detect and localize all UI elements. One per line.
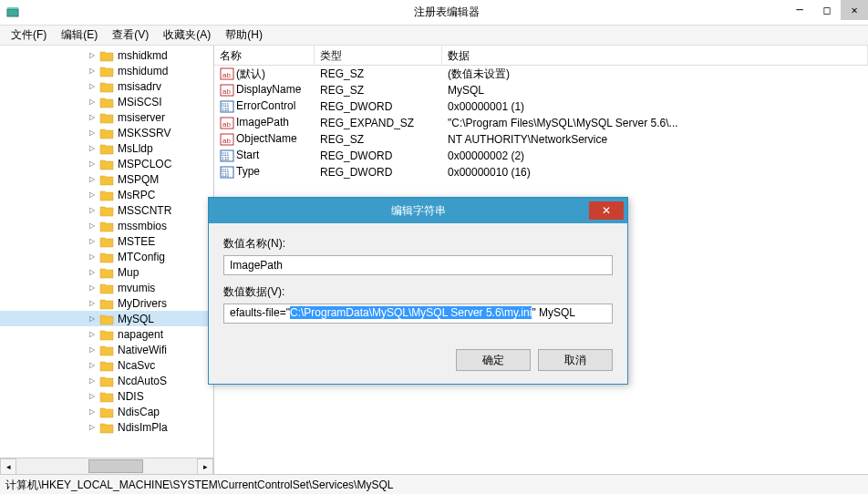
expander-icon[interactable]: ▷ — [87, 345, 97, 355]
tree-item[interactable]: ▷MyDrivers — [0, 295, 213, 311]
maximize-button[interactable]: □ — [813, 0, 841, 20]
menu-file[interactable]: 文件(F) — [4, 26, 54, 45]
expander-icon[interactable]: ▷ — [87, 174, 97, 184]
expander-icon[interactable]: ▷ — [87, 190, 97, 200]
folder-icon — [99, 251, 114, 263]
tree-horizontal-scrollbar[interactable]: ◂ ▸ — [0, 458, 213, 474]
tree-item[interactable]: ▷MSPCLOC — [0, 156, 213, 171]
close-button[interactable]: ✕ — [841, 0, 868, 20]
tree-item[interactable]: ▷NdisImPla — [0, 419, 213, 435]
expander-icon[interactable]: ▷ — [87, 97, 97, 107]
value-icon: 011110 — [220, 99, 234, 114]
list-row[interactable]: 011110ErrorControlREG_DWORD0x00000001 (1… — [214, 98, 868, 115]
list-row[interactable]: ab(默认)REG_SZ(数值未设置) — [214, 66, 868, 82]
tree-item[interactable]: ▷MSSCNTR — [0, 202, 213, 218]
tree-item[interactable]: ▷mvumis — [0, 280, 213, 295]
expander-icon[interactable]: ▷ — [87, 329, 97, 339]
cell-name: abObjectName — [214, 131, 315, 148]
tree-item[interactable]: ▷msiserver — [0, 109, 213, 125]
folder-icon — [99, 282, 114, 294]
tree-item-label: NDIS — [118, 390, 144, 403]
expander-icon[interactable]: ▷ — [87, 205, 97, 215]
expander-icon[interactable]: ▷ — [87, 159, 97, 169]
folder-icon — [99, 189, 114, 201]
tree-item[interactable]: ▷MsRPC — [0, 187, 213, 202]
scroll-left-button[interactable]: ◂ — [0, 458, 16, 474]
tree-item[interactable]: ▷MySQL — [0, 311, 213, 326]
menu-help[interactable]: 帮助(H) — [218, 26, 270, 45]
expander-icon[interactable]: ▷ — [87, 314, 97, 324]
expander-icon[interactable]: ▷ — [87, 221, 97, 231]
value-data-input[interactable]: efaults-file="C:\ProgramData\MySQL\MySQL… — [223, 304, 613, 324]
tree-item[interactable]: ▷NcdAutoS — [0, 373, 213, 388]
tree-item[interactable]: ▷napagent — [0, 326, 213, 342]
column-name[interactable]: 名称 — [214, 46, 315, 65]
folder-icon — [99, 80, 114, 93]
tree-item[interactable]: ▷Mup — [0, 264, 213, 280]
menu-favorites[interactable]: 收藏夹(A) — [156, 26, 218, 45]
expander-icon[interactable]: ▷ — [87, 298, 97, 308]
list-row[interactable]: 011110StartREG_DWORD0x00000002 (2) — [214, 148, 868, 164]
tree-item[interactable]: ▷mssmbios — [0, 218, 213, 233]
cell-data: 0x00000001 (1) — [442, 99, 868, 114]
tree-item[interactable]: ▷MSPQM — [0, 171, 213, 187]
expander-icon[interactable]: ▷ — [87, 112, 97, 122]
menu-view[interactable]: 查看(V) — [105, 26, 156, 45]
scroll-track[interactable] — [16, 458, 197, 474]
tree-item-label: MSSCNTR — [118, 204, 171, 217]
tree-item[interactable]: ▷MSTEE — [0, 233, 213, 249]
list-row[interactable]: abImagePathREG_EXPAND_SZ"C:\Program File… — [214, 115, 868, 131]
value-name-label: 数值名称(N): — [223, 236, 613, 252]
ok-button[interactable]: 确定 — [456, 349, 531, 371]
cell-data: MySQL — [442, 83, 868, 98]
list-row[interactable]: abObjectNameREG_SZNT AUTHORITY\NetworkSe… — [214, 131, 868, 148]
status-bar: 计算机\HKEY_LOCAL_MACHINE\SYSTEM\CurrentCon… — [0, 474, 868, 494]
tree-item[interactable]: ▷mshidkmd — [0, 47, 213, 63]
expander-icon[interactable]: ▷ — [87, 81, 97, 91]
tree-item[interactable]: ▷MsLldp — [0, 140, 213, 156]
list-row[interactable]: 011110TypeREG_DWORD0x00000010 (16) — [214, 164, 868, 180]
cancel-button[interactable]: 取消 — [538, 349, 613, 371]
tree-item[interactable]: ▷MSKSSRV — [0, 125, 213, 140]
expander-icon[interactable]: ▷ — [87, 422, 97, 432]
cell-name: 011110Start — [214, 148, 315, 164]
expander-icon[interactable]: ▷ — [87, 391, 97, 401]
folder-icon — [99, 297, 114, 310]
tree-item[interactable]: ▷NativeWifi — [0, 342, 213, 357]
expander-icon[interactable]: ▷ — [87, 252, 97, 262]
tree-item[interactable]: ▷NdisCap — [0, 404, 213, 419]
folder-icon — [99, 204, 114, 217]
expander-icon[interactable]: ▷ — [87, 360, 97, 370]
expander-icon[interactable]: ▷ — [87, 407, 97, 417]
svg-text:110: 110 — [222, 172, 230, 178]
dialog-buttons: 确定 取消 — [209, 349, 627, 384]
expander-icon[interactable]: ▷ — [87, 376, 97, 386]
scroll-right-button[interactable]: ▸ — [197, 458, 213, 474]
tree-item[interactable]: ▷mshidumd — [0, 63, 213, 78]
column-type[interactable]: 类型 — [315, 46, 442, 65]
value-name-input[interactable] — [223, 255, 613, 275]
svg-text:ab: ab — [222, 120, 231, 129]
expander-icon[interactable]: ▷ — [87, 267, 97, 277]
minimize-button[interactable]: ─ — [786, 0, 813, 20]
expander-icon[interactable]: ▷ — [87, 66, 97, 76]
tree-item[interactable]: ▷MSiSCSI — [0, 94, 213, 109]
tree-item[interactable]: ▷MTConfig — [0, 249, 213, 264]
tree-scroll[interactable]: ▷mshidkmd▷mshidumd▷msisadrv▷MSiSCSI▷msis… — [0, 46, 213, 458]
column-data[interactable]: 数据 — [442, 46, 868, 65]
expander-icon[interactable]: ▷ — [87, 50, 97, 60]
list-row[interactable]: abDisplayNameREG_SZMySQL — [214, 82, 868, 98]
cell-type: REG_DWORD — [315, 99, 442, 114]
menu-edit[interactable]: 编辑(E) — [54, 26, 105, 45]
cell-type: REG_EXPAND_SZ — [315, 116, 442, 130]
tree-item[interactable]: ▷msisadrv — [0, 78, 213, 94]
tree-item[interactable]: ▷NDIS — [0, 388, 213, 404]
expander-icon[interactable]: ▷ — [87, 283, 97, 293]
dialog-titlebar[interactable]: 编辑字符串 ✕ — [209, 198, 627, 223]
expander-icon[interactable]: ▷ — [87, 143, 97, 153]
expander-icon[interactable]: ▷ — [87, 236, 97, 246]
scroll-thumb[interactable] — [88, 459, 143, 473]
dialog-close-button[interactable]: ✕ — [589, 201, 624, 220]
tree-item[interactable]: ▷NcaSvc — [0, 357, 213, 373]
expander-icon[interactable]: ▷ — [87, 128, 97, 138]
